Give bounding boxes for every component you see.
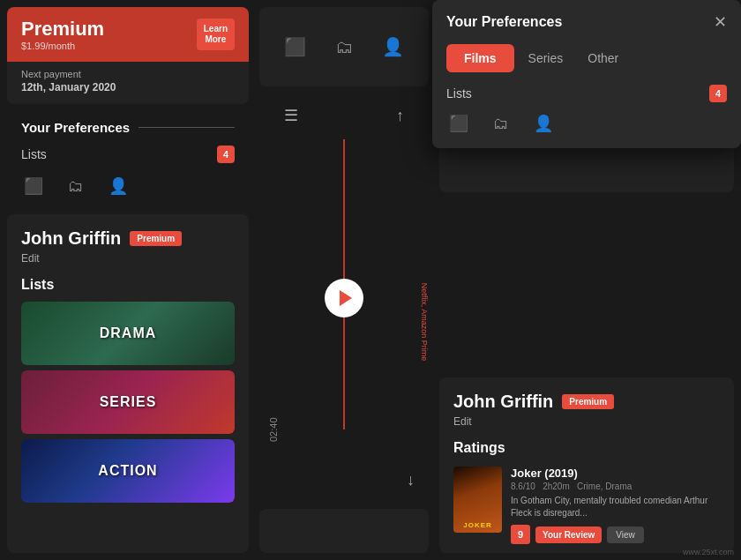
lists-heading-left: Lists — [21, 277, 235, 293]
icons-row-left: ⬛ 🗂 👤 — [21, 174, 235, 198]
modal-lists-count: 4 — [709, 85, 727, 102]
lists-count-left: 4 — [217, 146, 235, 163]
modal-lists-label: Lists — [446, 86, 472, 101]
modal-close-button[interactable]: ✕ — [714, 12, 727, 32]
list-item-action[interactable]: ACTION — [21, 439, 235, 503]
modal-title: Your Preferences — [446, 14, 562, 30]
list-item-drama[interactable]: DRAMA — [21, 302, 235, 365]
center-main-card: ☰ ↑ 02:40 Netflix, Amazon Prime ↓ — [259, 95, 429, 500]
profile-header-left: John Griffin Premium — [21, 228, 235, 249]
preferences-section-left: Your Preferences Lists 4 ⬛ 🗂 👤 — [7, 113, 249, 205]
premium-badge-right: Premium — [562, 394, 614, 409]
joker-actions: 9 Your Review View — [511, 525, 720, 544]
list-item-series[interactable]: SERIES — [21, 370, 235, 434]
play-button[interactable] — [325, 279, 363, 317]
payment-date: 12th, January 2020 — [21, 81, 235, 93]
list-item-series-label: SERIES — [100, 394, 157, 410]
monitor-icon-center[interactable]: ⬛ — [284, 36, 306, 57]
section-title-left: Your Preferences — [21, 120, 235, 135]
service-label: Netflix, Amazon Prime — [421, 283, 429, 362]
user-icon-center[interactable]: 👤 — [382, 36, 404, 57]
title-divider — [138, 127, 235, 128]
profile-card-left: John Griffin Premium Edit Lists DRAMA SE… — [7, 214, 249, 553]
monitor-icon-left[interactable]: ⬛ — [21, 174, 46, 198]
joker-info: Joker (2019) 8.6/10 2h20m Crime, Drama I… — [511, 467, 720, 544]
next-payment-label: Next payment — [21, 69, 235, 79]
folder-icon-left[interactable]: 🗂 — [64, 174, 88, 198]
watermark: www.25xt.com — [683, 548, 734, 556]
list-item-action-label: ACTION — [98, 463, 157, 479]
menu-icon[interactable]: ☰ — [284, 106, 298, 125]
premium-title: Premium — [21, 18, 104, 41]
modal-icons-row: ⬛ 🗂 👤 — [446, 111, 727, 136]
joker-poster[interactable] — [453, 467, 502, 533]
center-bottom-card — [259, 509, 429, 553]
user-icon-modal[interactable]: 👤 — [531, 111, 556, 136]
joker-review-button[interactable]: Your Review — [535, 526, 602, 543]
joker-meta: 8.6/10 2h20m Crime, Drama — [511, 482, 720, 491]
modal-lists-row: Lists 4 — [446, 85, 727, 102]
premium-top: Premium $1.99/month Learn More — [7, 7, 249, 62]
lists-row-left: Lists 4 — [21, 146, 235, 163]
folder-icon-modal[interactable]: 🗂 — [489, 111, 513, 136]
premium-bottom: Next payment 12th, January 2020 — [7, 62, 249, 104]
tab-other[interactable]: Other — [577, 44, 629, 72]
preferences-modal: Your Preferences ✕ Films Series Other Li… — [432, 0, 741, 148]
monitor-icon-modal[interactable]: ⬛ — [446, 111, 471, 136]
joker-poster-bg — [453, 467, 502, 533]
lists-label-left: Lists — [21, 147, 47, 161]
right-column: John Griffin Premium Edit Your Preferenc… — [432, 0, 741, 560]
list-item-drama-label: DRAMA — [100, 325, 157, 341]
rating-item-joker: Joker (2019) 8.6/10 2h20m Crime, Drama I… — [453, 467, 720, 544]
joker-title: Joker (2019) — [511, 467, 720, 480]
joker-score-badge: 9 — [511, 525, 530, 544]
tab-films[interactable]: Films — [446, 44, 514, 72]
up-arrow-icon[interactable]: ↑ — [396, 107, 404, 125]
profile-header-right: John Griffin Premium — [453, 392, 720, 412]
list-items-left: DRAMA SERIES ACTION — [21, 302, 235, 503]
profile-name-right: John Griffin — [453, 392, 553, 412]
premium-badge-left: Premium — [130, 231, 182, 246]
profile-edit-left[interactable]: Edit — [21, 252, 235, 265]
center-top-card: ⬛ 🗂 👤 — [259, 7, 429, 86]
left-column: Premium $1.99/month Learn More Next paym… — [0, 0, 256, 560]
center-column: ⬛ 🗂 👤 ☰ ↑ 02:40 Netflix, Amazon Prime ↓ — [256, 0, 432, 560]
premium-card: Premium $1.99/month Learn More Next paym… — [7, 7, 249, 104]
preferences-title-left: Your Preferences — [21, 120, 130, 135]
joker-description: In Gotham City, mentally troubled comedi… — [511, 495, 720, 519]
play-triangle-icon — [340, 290, 352, 306]
modal-tabs: Films Series Other — [446, 44, 727, 72]
joker-view-button[interactable]: View — [607, 526, 644, 543]
user-icon-left[interactable]: 👤 — [106, 174, 131, 198]
modal-header: Your Preferences ✕ — [446, 12, 727, 32]
premium-price: $1.99/month — [21, 41, 104, 51]
down-arrow-icon[interactable]: ↓ — [407, 471, 415, 489]
tab-series[interactable]: Series — [518, 44, 574, 72]
learn-more-button[interactable]: Learn More — [197, 19, 235, 50]
profile-edit-right[interactable]: Edit — [453, 415, 720, 428]
profile-name-left: John Griffin — [21, 228, 121, 249]
folder-icon-center[interactable]: 🗂 — [335, 37, 353, 57]
ratings-heading: Ratings — [453, 440, 720, 456]
time-label: 02:40 — [268, 417, 279, 442]
ratings-card: John Griffin Premium Edit Ratings Joker … — [439, 377, 734, 553]
